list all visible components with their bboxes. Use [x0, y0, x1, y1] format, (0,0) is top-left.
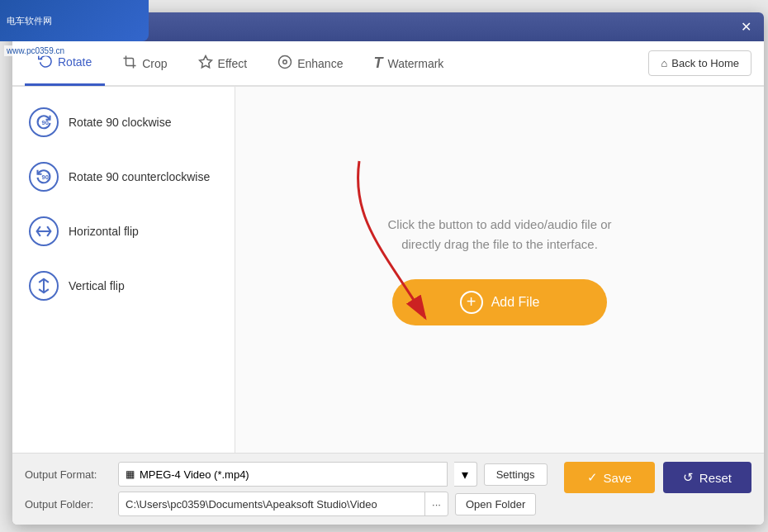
option-flip-h[interactable]: Horizontal flip	[12, 204, 235, 259]
output-format-label: Output Format:	[25, 468, 111, 481]
tab-enhance-label: Enhance	[297, 57, 343, 70]
title-bar: Video Editor ✕	[12, 12, 764, 41]
open-folder-button[interactable]: Open Folder	[455, 493, 536, 515]
option-rotate-cw[interactable]: 90 Rotate 90 clockwise	[12, 95, 235, 150]
watermark-icon: T	[373, 55, 382, 72]
rotate-cw-label: Rotate 90 clockwise	[69, 116, 172, 129]
rotate-icon	[38, 53, 53, 71]
add-file-plus-icon: +	[460, 291, 483, 314]
flip-v-label: Vertical flip	[69, 279, 125, 292]
back-to-home-button[interactable]: ⌂ Back to Home	[648, 50, 751, 76]
rotate-ccw-label: Rotate 90 counterclockwise	[69, 170, 210, 183]
format-dropdown-arrow[interactable]: ▾	[454, 462, 477, 487]
reset-icon: ↺	[683, 470, 694, 485]
svg-point-1	[279, 55, 292, 68]
tab-watermark[interactable]: T Watermark	[360, 40, 457, 86]
home-icon: ⌂	[661, 57, 667, 69]
rotate-cw-icon: 90	[29, 107, 59, 137]
reset-label: Reset	[699, 471, 732, 485]
tab-effect-label: Effect	[218, 57, 248, 70]
crop-icon	[122, 55, 137, 73]
enhance-icon	[277, 55, 292, 73]
format-select-box[interactable]: ▦ MPEG-4 Video (*.mp4)	[118, 462, 448, 487]
flip-h-label: Horizontal flip	[69, 225, 139, 238]
output-folder-row: Output Folder: C:\Users\pc0359\Documents…	[25, 492, 548, 516]
right-panel: Click the button to add video/audio file…	[235, 87, 764, 453]
svg-text:90: 90	[42, 119, 49, 126]
output-format-row: Output Format: ▦ MPEG-4 Video (*.mp4) ▾ …	[25, 462, 548, 487]
save-check-icon: ✓	[587, 470, 598, 485]
output-folder-label: Output Folder:	[25, 498, 111, 511]
back-to-home-label: Back to Home	[671, 57, 739, 69]
folder-browse-button[interactable]: ···	[424, 492, 448, 516]
reset-button[interactable]: ↺ Reset	[663, 462, 751, 493]
folder-input[interactable]: C:\Users\pc0359\Documents\Apeaksoft Stud…	[118, 492, 448, 516]
toolbar: Rotate Crop Effect	[12, 41, 764, 87]
folder-path-value: C:\Users\pc0359\Documents\Apeaksoft Stud…	[119, 498, 424, 511]
flip-v-icon	[29, 271, 59, 301]
format-value: MPEG-4 Video (*.mp4)	[140, 468, 249, 481]
effect-icon	[198, 55, 213, 73]
add-file-label: Add File	[491, 295, 540, 310]
save-button[interactable]: ✓ Save	[564, 462, 655, 493]
tab-crop-label: Crop	[142, 57, 167, 70]
drop-hint: Click the button to add video/audio file…	[387, 215, 611, 254]
save-label: Save	[604, 471, 632, 485]
main-window: Video Editor ✕ Rotate Crop	[12, 12, 764, 525]
tab-watermark-label: Watermark	[387, 57, 443, 70]
flip-h-icon	[29, 216, 59, 246]
main-content: 90 Rotate 90 clockwise 90 Rotate 90 coun…	[12, 87, 764, 453]
action-buttons: ✓ Save ↺ Reset	[564, 462, 751, 493]
close-button[interactable]: ✕	[737, 19, 754, 36]
tab-crop[interactable]: Crop	[109, 40, 180, 86]
window-title: Video Editor	[22, 21, 81, 33]
bottom-bar: Output Format: ▦ MPEG-4 Video (*.mp4) ▾ …	[12, 453, 764, 525]
tab-rotate-label: Rotate	[58, 55, 92, 69]
tab-effect[interactable]: Effect	[185, 40, 261, 86]
option-flip-v[interactable]: Vertical flip	[12, 259, 235, 313]
settings-button[interactable]: Settings	[484, 463, 548, 486]
svg-marker-0	[199, 55, 211, 67]
tab-enhance[interactable]: Enhance	[264, 40, 356, 86]
option-rotate-ccw[interactable]: 90 Rotate 90 counterclockwise	[12, 150, 235, 204]
left-panel: 90 Rotate 90 clockwise 90 Rotate 90 coun…	[12, 87, 235, 453]
rotate-ccw-icon: 90	[29, 162, 59, 192]
tab-rotate[interactable]: Rotate	[25, 40, 105, 86]
add-file-button[interactable]: + Add File	[392, 279, 607, 325]
svg-point-2	[283, 59, 287, 64]
format-icon: ▦	[126, 468, 135, 480]
svg-text:90: 90	[42, 173, 49, 181]
